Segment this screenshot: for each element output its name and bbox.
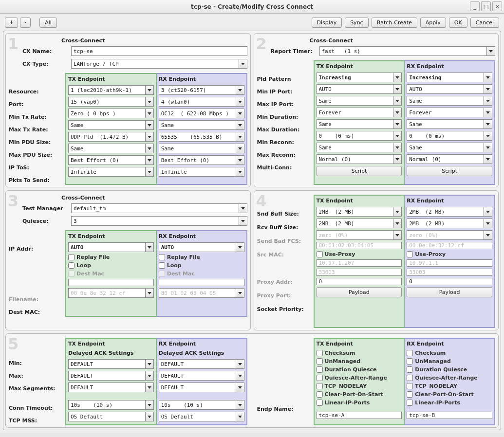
rx-min-pdu-select[interactable] <box>159 132 244 142</box>
rx-maxdur-select[interactable] <box>407 119 492 129</box>
tx-linear-ip-ports-checkbox[interactable]: Linear-IP-Ports <box>317 400 402 406</box>
tx-port-select[interactable] <box>68 97 154 107</box>
tx-resource-select[interactable] <box>68 85 154 95</box>
rx-pkts-select[interactable] <box>159 167 244 177</box>
tx-conn-timeout-select[interactable] <box>68 400 154 410</box>
maximize-button[interactable]: □ <box>481 1 491 11</box>
rx-pld-select[interactable] <box>407 73 492 82</box>
tx-min-rate-select[interactable] <box>68 109 154 118</box>
rx-rcv-select[interactable] <box>407 218 492 228</box>
tx-pkts-select[interactable] <box>68 167 154 177</box>
rx-max-seg-select[interactable] <box>159 382 244 392</box>
rx-tos-select[interactable] <box>159 155 244 165</box>
tx-payload-button[interactable]: Payload <box>317 287 402 297</box>
tx-multi-select[interactable] <box>317 154 402 164</box>
rx-replay-checkbox[interactable]: Replay File <box>159 254 244 260</box>
rx-minrec-select[interactable] <box>407 131 492 141</box>
rx-max-pdu-select[interactable] <box>159 144 244 153</box>
rx-port-select[interactable] <box>159 97 244 107</box>
tx-quiesce-after-range-checkbox[interactable]: Quiesce-After-Range <box>317 375 402 381</box>
tx-rcv-select[interactable] <box>317 218 402 228</box>
tx-tcp-nodelay-checkbox[interactable]: TCP_NODELAY <box>317 383 402 389</box>
quiesce-select[interactable] <box>71 216 247 226</box>
tx-unmanaged-checkbox[interactable]: UnManaged <box>317 358 402 364</box>
display-button[interactable]: Display <box>312 18 342 28</box>
rx-minip-select[interactable] <box>407 84 492 94</box>
tx-pld-select[interactable] <box>317 73 402 82</box>
rx-use-proxy-checkbox[interactable]: Use-Proxy <box>407 251 492 257</box>
collapse-button[interactable]: - <box>20 18 31 28</box>
rx-filename-input[interactable] <box>159 279 244 286</box>
batch-create-button[interactable]: Batch-Create <box>372 18 417 28</box>
rx-duration-quiesce-checkbox[interactable]: Duration Quiesce <box>407 366 492 373</box>
tx-mindur-select[interactable] <box>317 108 402 117</box>
tx-replay-checkbox[interactable]: Replay File <box>68 254 154 260</box>
apply-button[interactable]: Apply <box>420 18 446 28</box>
tx-loop-checkbox[interactable]: Loop <box>68 262 154 269</box>
tx-max-rate-select[interactable] <box>68 120 154 130</box>
tx-tos-select[interactable] <box>68 155 154 165</box>
rx-max-rate-select[interactable] <box>159 120 244 130</box>
cx-name-input[interactable] <box>71 46 247 56</box>
rx-unmanaged-checkbox[interactable]: UnManaged <box>407 358 492 364</box>
rx-checksum-checkbox[interactable]: Checksum <box>407 350 492 356</box>
rx-script-button[interactable]: Script <box>407 166 492 176</box>
max-ip-port-label: Max IP Port: <box>257 99 311 109</box>
cx-type-select[interactable] <box>71 59 247 69</box>
tx-min-pdu-select[interactable] <box>68 132 154 142</box>
tx-minrec-select[interactable] <box>317 131 402 141</box>
tx-filename-input[interactable] <box>68 279 154 286</box>
rx-linear-ip-ports-checkbox[interactable]: Linear-IP-Ports <box>407 400 492 406</box>
test-manager-select[interactable] <box>71 203 247 213</box>
rx-tcp-nodelay-checkbox[interactable]: TCP_NODELAY <box>407 383 492 389</box>
tx-maxip-select[interactable] <box>317 96 402 106</box>
rx-tcp-mss-select[interactable] <box>159 412 244 421</box>
rx-quiesce-after-range-checkbox[interactable]: Quiesce-After-Range <box>407 375 492 381</box>
tx-duration-quiesce-checkbox[interactable]: Duration Quiesce <box>317 366 402 373</box>
tx-tcp-mss-select[interactable] <box>68 412 154 421</box>
cx-type-label: CX Type: <box>22 61 71 67</box>
sync-button[interactable]: Sync <box>345 18 369 28</box>
rx-multi-select[interactable] <box>407 154 492 164</box>
tx-max-seg-select[interactable] <box>68 382 154 392</box>
rx-mindur-select[interactable] <box>407 108 492 117</box>
rx-snd-select[interactable] <box>407 207 492 217</box>
expand-button[interactable]: + <box>5 18 18 28</box>
endp-name-b-input[interactable] <box>407 412 492 419</box>
minimize-button[interactable]: _ <box>470 1 480 11</box>
rx-clear-port-checkbox[interactable]: Clear-Port-On-Start <box>407 391 492 398</box>
rx-resource-select[interactable] <box>159 85 244 95</box>
rx-ack-min-select[interactable] <box>159 359 244 369</box>
rx-socket-priority-input[interactable] <box>407 278 492 285</box>
tx-minip-select[interactable] <box>317 84 402 94</box>
rx-payload-button[interactable]: Payload <box>407 287 492 297</box>
rx-min-rate-select[interactable] <box>159 109 244 118</box>
tx-maxdur-select[interactable] <box>317 119 402 129</box>
rx-maxip-select[interactable] <box>407 96 492 106</box>
rx-ack-max-select[interactable] <box>159 371 244 381</box>
tx-maxrec-select[interactable] <box>317 143 402 152</box>
tx-ip-select[interactable] <box>68 242 154 252</box>
tx-script-button[interactable]: Script <box>317 166 402 176</box>
rx-loop-checkbox[interactable]: Loop <box>159 262 244 269</box>
rx-proxy-port-input <box>407 269 492 276</box>
tx-max-pdu-select[interactable] <box>68 144 154 153</box>
tx-ack-max-select[interactable] <box>68 371 154 381</box>
port-label: Port: <box>9 99 62 109</box>
rx-conn-timeout-select[interactable] <box>159 400 244 410</box>
cancel-button[interactable]: Cancel <box>470 18 499 28</box>
tx-clear-port-checkbox[interactable]: Clear-Port-On-Start <box>317 391 402 398</box>
all-button[interactable]: All <box>39 18 57 28</box>
p1-rx-hdr: RX Endpoint <box>159 76 244 82</box>
endp-name-a-input[interactable] <box>317 412 402 419</box>
tx-socket-priority-input[interactable] <box>317 278 402 285</box>
ok-button[interactable]: OK <box>449 18 467 28</box>
tx-snd-select[interactable] <box>317 207 402 217</box>
close-button[interactable]: × <box>492 1 502 11</box>
report-timer-select[interactable] <box>319 46 496 56</box>
tx-ack-min-select[interactable] <box>68 359 154 369</box>
rx-maxrec-select[interactable] <box>407 143 492 152</box>
tx-use-proxy-checkbox[interactable]: Use-Proxy <box>317 251 402 257</box>
tx-checksum-checkbox[interactable]: Checksum <box>317 350 402 356</box>
rx-ip-select[interactable] <box>159 242 244 252</box>
